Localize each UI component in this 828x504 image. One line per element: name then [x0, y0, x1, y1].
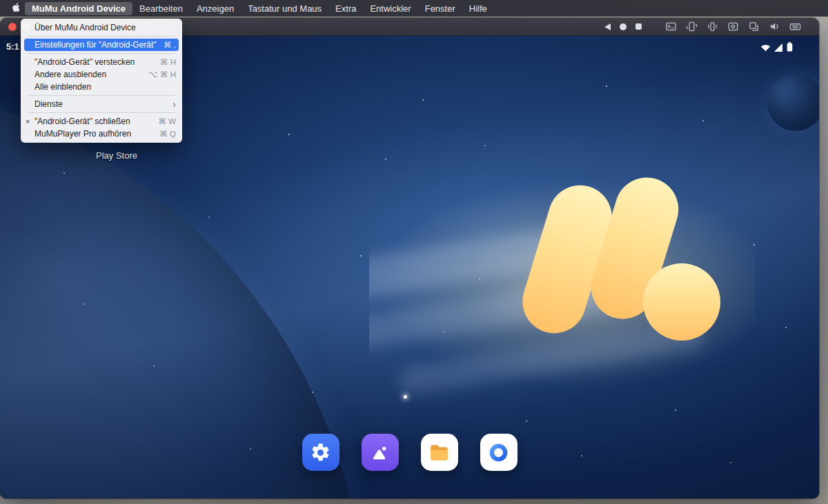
volume-icon[interactable]: [769, 21, 780, 32]
screenshot-icon[interactable]: [727, 21, 739, 32]
android-status-icons: [760, 42, 793, 54]
submenu-chevron-icon: ›: [172, 99, 176, 109]
close-glyph-icon: ×: [26, 117, 34, 125]
menu-item-quit-app[interactable]: MuMuPlayer Pro aufhören ⌘ Q: [21, 128, 182, 140]
mumu-wallpaper-logo: [369, 174, 756, 408]
menubar-item-fenster[interactable]: Fenster: [418, 2, 462, 15]
recents-icon[interactable]: [635, 23, 642, 30]
wallpaper-planet-small: [767, 74, 819, 131]
play-store-shortcut[interactable]: Play Store: [75, 150, 158, 161]
menu-separator: [28, 112, 175, 113]
menu-separator: [28, 36, 175, 37]
keyboard-icon[interactable]: [789, 21, 801, 32]
back-icon[interactable]: [604, 23, 611, 30]
shake-icon[interactable]: [707, 21, 718, 32]
window-toolbar: [604, 21, 819, 32]
browser-app-icon[interactable]: [480, 434, 518, 471]
menu-item-show-all[interactable]: Alle einblenden: [21, 81, 182, 93]
menu-separator: [28, 53, 175, 54]
settings-app-icon[interactable]: [302, 434, 339, 471]
menubar-item-extra[interactable]: Extra: [328, 2, 363, 15]
menu-item-settings[interactable]: Einstellungen für "Android-Gerät" ⌘ ,: [24, 39, 179, 51]
menubar-app-menu[interactable]: MuMu Android Device: [25, 2, 132, 15]
menubar-item-tastatur-und-maus[interactable]: Tastatur und Maus: [241, 2, 328, 15]
home-icon[interactable]: [620, 23, 627, 30]
macos-menu-bar: MuMu Android Device Bearbeiten Anzeigen …: [0, 0, 828, 17]
files-app-icon[interactable]: [421, 434, 458, 471]
apple-menu[interactable]: [7, 2, 25, 14]
apple-logo-icon: [11, 2, 21, 14]
menu-item-close-device[interactable]: × "Android-Gerät" schließen ⌘ W: [21, 115, 182, 128]
app-dropdown-menu: Über MuMu Android Device Einstellungen f…: [21, 19, 182, 143]
android-status-time: 5:1: [6, 41, 19, 52]
menubar-item-anzeigen[interactable]: Anzeigen: [190, 2, 241, 15]
menubar-item-entwickler[interactable]: Entwickler: [363, 2, 417, 15]
signal-icon: [774, 42, 783, 54]
multiwindow-icon[interactable]: [748, 21, 760, 32]
menu-item-services[interactable]: Dienste ›: [21, 98, 182, 110]
battery-icon: [787, 42, 793, 54]
menubar-item-bearbeiten[interactable]: Bearbeiten: [132, 2, 190, 15]
menubar-item-hilfe[interactable]: Hilfe: [462, 2, 494, 15]
android-dock: [0, 434, 819, 471]
terminal-icon[interactable]: [665, 21, 677, 32]
menu-separator: [28, 95, 175, 96]
gallery-app-icon[interactable]: [362, 434, 399, 471]
wifi-icon: [760, 42, 771, 54]
menu-item-hide-others[interactable]: Andere ausblenden ⌥ ⌘ H: [21, 68, 182, 81]
menu-item-hide-app[interactable]: "Android-Gerät" verstecken ⌘ H: [21, 56, 182, 68]
wallpaper-stars: [0, 36, 1, 37]
rotate-icon[interactable]: [686, 21, 698, 32]
close-window-button[interactable]: [8, 23, 17, 31]
menu-item-about[interactable]: Über MuMu Android Device: [21, 21, 182, 34]
